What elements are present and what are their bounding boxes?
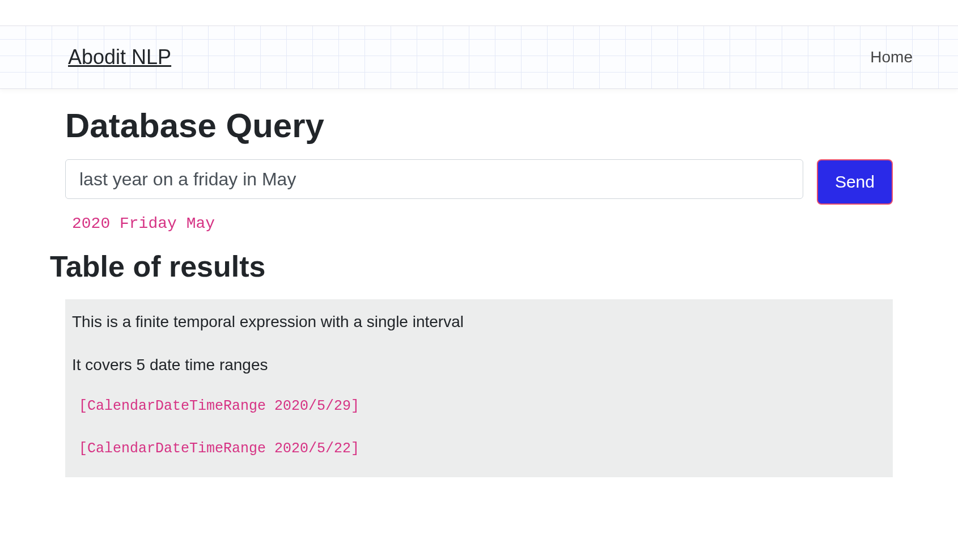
header: Abodit NLP Home [0, 26, 958, 89]
send-button[interactable]: Send [817, 159, 893, 205]
query-input-wrap [65, 159, 803, 199]
nav-home[interactable]: Home [870, 48, 913, 66]
results-box: This is a finite temporal expression wit… [65, 299, 893, 477]
query-input[interactable] [65, 159, 803, 199]
main-container: Database Query Send 2020 Friday May Tabl… [0, 89, 958, 477]
results-title: Table of results [50, 249, 893, 283]
date-range-item: [CalendarDateTimeRange 2020/5/29] [72, 394, 886, 418]
result-description: This is a finite temporal expression wit… [72, 308, 886, 336]
page-title: Database Query [65, 106, 893, 145]
parsed-output: 2020 Friday May [72, 215, 893, 232]
date-range-item: [CalendarDateTimeRange 2020/5/22] [72, 437, 886, 460]
result-coverage: It covers 5 date time ranges [72, 351, 886, 379]
query-row: Send [65, 159, 893, 205]
brand-link[interactable]: Abodit NLP [68, 45, 171, 69]
